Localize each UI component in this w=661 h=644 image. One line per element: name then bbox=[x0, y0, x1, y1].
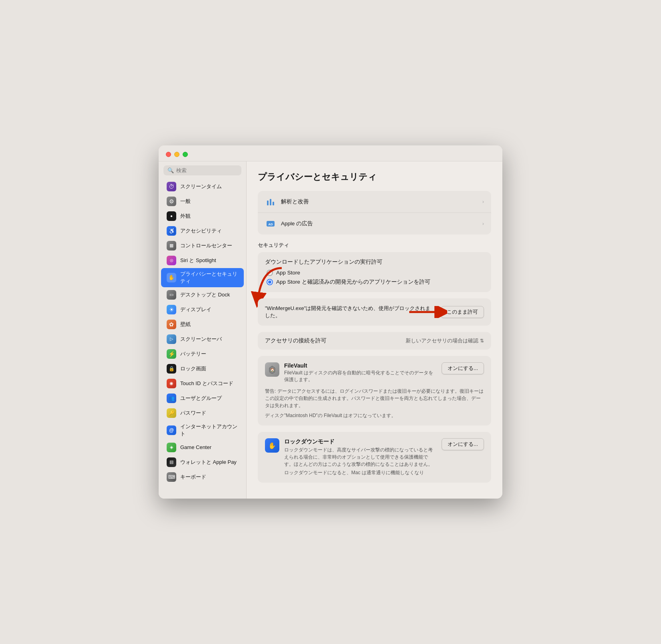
sidebar-label-desktop: デスクトップと Dock bbox=[180, 291, 230, 298]
title-bar bbox=[159, 145, 502, 161]
sidebar-item-wallpaper[interactable]: ✿ 壁紙 bbox=[161, 317, 244, 332]
filevault-info: FileVault FileVault はディスクの内容を自動的に暗号化すること… bbox=[284, 362, 437, 383]
lockdown-section: ✋ ロックダウンモード ロックダウンモードは、高度なサイバー攻撃の標的になってい… bbox=[258, 432, 491, 483]
maximize-button[interactable] bbox=[183, 152, 188, 157]
lockdown-title: ロックダウンモード bbox=[284, 438, 437, 445]
search-bar[interactable]: 🔍 bbox=[163, 165, 241, 175]
sidebar-item-screensaver[interactable]: ▷ スクリーンセーバ bbox=[161, 332, 244, 346]
sidebar-label-wallpaper: 壁紙 bbox=[180, 321, 191, 328]
radio-appstore-dev-label: App Store と確認済みの開発元からのアプリケーションを許可 bbox=[276, 278, 430, 286]
blocked-text: "WinMergeU.exe"は開発元を確認できないため、使用がブロックされまし… bbox=[265, 305, 434, 319]
analytics-card: 解析と改善 › AD Apple の広告 › bbox=[258, 191, 491, 235]
wallet-icon: ▤ bbox=[167, 457, 176, 467]
sidebar-item-battery[interactable]: ⚡ バッテリー bbox=[161, 347, 244, 361]
lockdown-footer: ロックダウンモードになると、Mac は通常通りに機能しなくなり bbox=[284, 469, 437, 476]
radio-appstore-dev[interactable]: App Store と確認済みの開発元からのアプリケーションを許可 bbox=[267, 278, 484, 286]
content-area: プライバシーとセキュリティ 解析と改善 › bbox=[247, 161, 502, 499]
stepper-icon: ⇅ bbox=[480, 338, 484, 344]
screensaver-icon: ▷ bbox=[167, 334, 176, 344]
page-title: プライバシーとセキュリティ bbox=[258, 171, 491, 183]
battery-icon: ⚡ bbox=[167, 349, 176, 359]
security-header: セキュリティ bbox=[258, 242, 491, 249]
accessory-row: アクセサリの接続を許可 新しいアクセサリの場合は確認 ⇅ bbox=[258, 332, 491, 350]
sidebar-item-display[interactable]: ☀ ディスプレイ bbox=[161, 302, 244, 317]
apple-ads-label: Apple の広告 bbox=[281, 220, 478, 227]
sidebar-label-lockscreen: ロック画面 bbox=[180, 365, 206, 372]
users-icon: 👥 bbox=[167, 394, 176, 403]
sidebar-label-touchid: Touch ID とパスコード bbox=[180, 380, 233, 387]
gamecenter-icon: ◈ bbox=[167, 443, 176, 452]
sidebar-item-desktop[interactable]: ▭ デスクトップと Dock bbox=[161, 288, 244, 302]
sidebar-label-control: コントロールセンター bbox=[180, 242, 232, 249]
sidebar-item-accessibility[interactable]: ♿ アクセシビリティ bbox=[161, 224, 244, 238]
privacy-icon: ✋ bbox=[167, 273, 176, 282]
filevault-top: 🏠 FileVault FileVault はディスクの内容を自動的に暗号化する… bbox=[265, 362, 484, 383]
sidebar-label-accessibility: アクセシビリティ bbox=[180, 227, 222, 235]
main-layout: 🔍 ⏱ スクリーンタイム ⚙ 一般 ● 外観 ♿ アクセシビリティ ▦ bbox=[159, 161, 502, 499]
minimize-button[interactable] bbox=[174, 152, 179, 157]
lock-icon: 🔒 bbox=[167, 364, 176, 374]
sidebar-label-battery: バッテリー bbox=[180, 350, 206, 358]
security-question: ダウンロードしたアプリケーションの実行許可 bbox=[265, 258, 484, 266]
sidebar-label-screentime: スクリーンタイム bbox=[180, 183, 222, 190]
apple-ads-row[interactable]: AD Apple の広告 › bbox=[258, 213, 491, 235]
accessory-value-text: 新しいアクセサリの場合は確認 bbox=[406, 337, 478, 344]
sidebar-item-privacy[interactable]: ✋ プライバシーとセキュリティ bbox=[161, 268, 244, 287]
sidebar-label-passwords: パスワード bbox=[180, 409, 206, 417]
sidebar-label-display: ディスプレイ bbox=[180, 306, 211, 313]
lockdown-button[interactable]: オンにする... bbox=[442, 438, 484, 450]
apple-ads-chevron: › bbox=[482, 221, 484, 227]
sidebar-label-appearance: 外観 bbox=[180, 213, 191, 220]
lockdown-icon: ✋ bbox=[265, 438, 279, 453]
lockdown-top: ✋ ロックダウンモード ロックダウンモードは、高度なサイバー攻撃の標的になってい… bbox=[265, 438, 484, 476]
keyboard-icon: ⌨ bbox=[167, 472, 176, 482]
screentime-icon: ⏱ bbox=[167, 182, 176, 191]
close-button[interactable] bbox=[166, 152, 171, 157]
filevault-status: ディスク"Macintosh HD"の FileVault はオフになっています… bbox=[265, 412, 484, 419]
sidebar-item-gamecenter[interactable]: ◈ Game Center bbox=[161, 440, 244, 455]
filevault-title: FileVault bbox=[284, 362, 437, 369]
sidebar-item-siri[interactable]: ◎ Siri と Spotlight bbox=[161, 253, 244, 268]
sidebar-item-internet[interactable]: @ インターネットアカウント bbox=[161, 421, 244, 440]
accessibility-icon: ♿ bbox=[167, 226, 176, 236]
passwords-icon: 🔑 bbox=[167, 408, 176, 418]
svg-rect-2 bbox=[273, 202, 274, 205]
filevault-warning: 警告: データにアクセスするには、ログインパスワードまたは復旧キーが必要になりま… bbox=[265, 388, 484, 409]
sidebar-item-screentime[interactable]: ⏱ スクリーンタイム bbox=[161, 179, 244, 194]
analytics-chevron: › bbox=[482, 199, 484, 205]
touchid-icon: ◉ bbox=[167, 379, 176, 388]
sidebar-label-privacy: プライバシーとセキュリティ bbox=[180, 270, 238, 285]
filevault-desc: FileVault はディスクの内容を自動的に暗号化することでそのデータを保護し… bbox=[284, 370, 437, 383]
filevault-icon: 🏠 bbox=[265, 362, 279, 377]
sidebar-item-general[interactable]: ⚙ 一般 bbox=[161, 194, 244, 209]
sidebar-item-lockscreen[interactable]: 🔒 ロック画面 bbox=[161, 362, 244, 376]
sidebar-label-gamecenter: Game Center bbox=[180, 444, 211, 450]
blocked-app-section: "WinMergeU.exe"は開発元を確認できないため、使用がブロックされまし… bbox=[258, 298, 491, 326]
sidebar-label-users: ユーザとグループ bbox=[180, 395, 222, 402]
sidebar-item-wallet[interactable]: ▤ ウォレットと Apple Pay bbox=[161, 455, 244, 469]
search-icon: 🔍 bbox=[167, 167, 174, 173]
internet-icon: @ bbox=[167, 425, 176, 435]
analytics-row[interactable]: 解析と改善 › bbox=[258, 191, 491, 213]
desktop-icon: ▭ bbox=[167, 290, 176, 300]
search-input[interactable] bbox=[176, 167, 237, 173]
sidebar-item-users[interactable]: 👥 ユーザとグループ bbox=[161, 391, 244, 405]
filevault-button[interactable]: オンにする... bbox=[442, 362, 484, 374]
allow-button[interactable]: このまま許可 bbox=[441, 306, 484, 318]
svg-text:🏠: 🏠 bbox=[270, 368, 275, 372]
lockdown-info: ロックダウンモード ロックダウンモードは、高度なサイバー攻撃の標的になっていると… bbox=[284, 438, 437, 476]
wallpaper-icon: ✿ bbox=[167, 320, 176, 329]
analytics-label: 解析と改善 bbox=[281, 198, 478, 205]
radio-appstore[interactable]: App Store bbox=[267, 270, 484, 276]
sidebar-item-touchid[interactable]: ◉ Touch ID とパスコード bbox=[161, 376, 244, 391]
sidebar-item-control[interactable]: ▦ コントロールセンター bbox=[161, 239, 244, 253]
accessory-value[interactable]: 新しいアクセサリの場合は確認 ⇅ bbox=[406, 337, 484, 344]
sidebar-item-passwords[interactable]: 🔑 パスワード bbox=[161, 406, 244, 420]
general-icon: ⚙ bbox=[167, 197, 176, 206]
appearance-icon: ● bbox=[167, 211, 176, 221]
sidebar-item-keyboard[interactable]: ⌨ キーボード bbox=[161, 470, 244, 484]
system-preferences-window: 🔍 ⏱ スクリーンタイム ⚙ 一般 ● 外観 ♿ アクセシビリティ ▦ bbox=[159, 145, 502, 499]
sidebar-item-appearance[interactable]: ● 外観 bbox=[161, 209, 244, 223]
display-icon: ☀ bbox=[167, 305, 176, 314]
radio-group: App Store App Store と確認済みの開発元からのアプリケーション… bbox=[267, 270, 484, 286]
